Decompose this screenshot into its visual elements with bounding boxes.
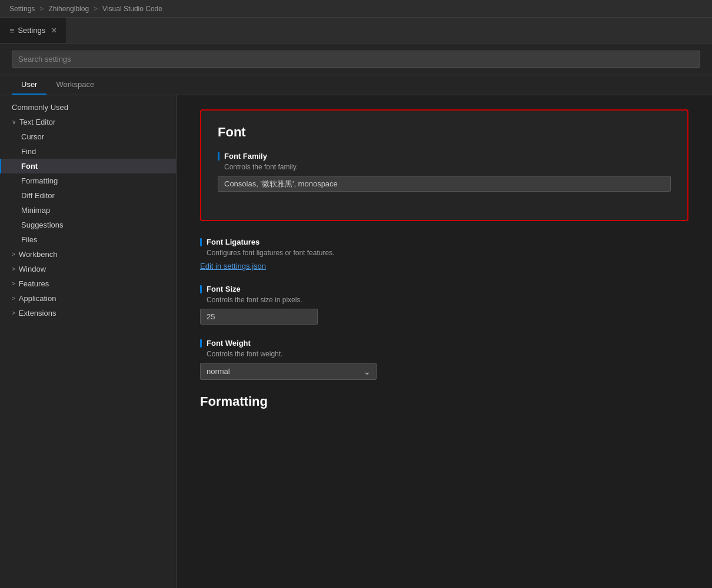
sidebar-item-label: Workbench xyxy=(19,250,58,259)
font-family-desc: Controls the font family. xyxy=(224,163,671,171)
chevron-right-icon: > xyxy=(12,251,15,258)
font-weight-setting: Font Weight Controls the font weight. no… xyxy=(200,339,688,380)
font-family-label: Font Family xyxy=(218,152,671,161)
sidebar-item-suggestions[interactable]: Suggestions xyxy=(0,218,176,232)
search-input[interactable] xyxy=(12,51,700,68)
font-section-title: Font xyxy=(218,125,671,140)
sidebar-item-find[interactable]: Find xyxy=(0,144,176,159)
font-ligatures-setting: Font Ligatures Configures font ligatures… xyxy=(200,238,688,270)
sidebar-item-application[interactable]: > Application xyxy=(0,291,176,306)
chevron-right-icon: > xyxy=(12,310,15,316)
font-weight-label: Font Weight xyxy=(200,339,688,348)
font-weight-select[interactable]: normal bold 100 200 300 400 500 600 700 … xyxy=(200,363,377,380)
settings-tab-label: Settings xyxy=(18,26,45,35)
sidebar-item-text-editor[interactable]: ∨ Text Editor xyxy=(0,115,176,129)
sidebar: Commonly Used ∨ Text Editor Cursor Find … xyxy=(0,95,177,588)
sidebar-item-features[interactable]: > Features xyxy=(0,276,176,291)
sidebar-item-label: Features xyxy=(19,279,49,288)
font-family-input[interactable] xyxy=(218,176,671,192)
breadcrumb-sep-0: > xyxy=(39,5,44,13)
sidebar-item-label: Text Editor xyxy=(19,118,55,126)
font-size-input[interactable] xyxy=(200,309,318,325)
sidebar-item-cursor[interactable]: Cursor xyxy=(0,129,176,144)
sidebar-item-label: Minimap xyxy=(21,206,50,215)
sidebar-item-label: Commonly Used xyxy=(12,103,68,112)
sidebar-item-diff-editor[interactable]: Diff Editor xyxy=(0,188,176,203)
font-highlight-box: Font Font Family Controls the font famil… xyxy=(200,109,688,221)
sidebar-item-files[interactable]: Files xyxy=(0,232,176,247)
sidebar-item-label: Application xyxy=(19,294,56,303)
sidebar-item-label: Extensions xyxy=(19,309,56,318)
tab-workspace[interactable]: Workspace xyxy=(46,75,104,95)
breadcrumb-item-2: Visual Studio Code xyxy=(102,5,162,13)
sidebar-item-commonly-used[interactable]: Commonly Used xyxy=(0,100,176,115)
tab-bar: ≡ Settings × xyxy=(0,18,712,44)
sidebar-item-font[interactable]: Font xyxy=(0,159,176,173)
chevron-down-icon: ∨ xyxy=(12,119,16,125)
settings-tab-strip: User Workspace xyxy=(0,75,712,95)
tab-user[interactable]: User xyxy=(12,75,46,95)
sidebar-item-label: Files xyxy=(21,235,37,244)
sidebar-item-label: Cursor xyxy=(21,132,44,141)
sidebar-item-extensions[interactable]: > Extensions xyxy=(0,306,176,320)
font-size-setting: Font Size Controls the font size in pixe… xyxy=(200,285,688,325)
sidebar-item-label: Window xyxy=(19,265,46,273)
font-size-desc: Controls the font size in pixels. xyxy=(207,296,688,304)
settings-tab-icon: ≡ xyxy=(9,26,14,35)
font-family-setting: Font Family Controls the font family. xyxy=(218,152,671,192)
font-ligatures-desc: Configures font ligatures or font featur… xyxy=(207,249,688,257)
content-area: Font Font Family Controls the font famil… xyxy=(177,95,712,588)
chevron-right-icon: > xyxy=(12,295,15,302)
breadcrumb-sep-1: > xyxy=(94,5,98,13)
font-weight-desc: Controls the font weight. xyxy=(207,350,688,358)
sidebar-item-workbench[interactable]: > Workbench xyxy=(0,247,176,262)
main-layout: Commonly Used ∨ Text Editor Cursor Find … xyxy=(0,95,712,588)
breadcrumb-item-1: Zhihenglblog xyxy=(48,5,89,13)
sidebar-item-label: Diff Editor xyxy=(21,191,55,200)
chevron-right-icon: > xyxy=(12,266,15,272)
font-size-label: Font Size xyxy=(200,285,688,293)
sidebar-item-label: Find xyxy=(21,147,36,156)
search-bar xyxy=(0,44,712,75)
edit-in-settings-json-link[interactable]: Edit in settings.json xyxy=(200,262,266,270)
font-weight-select-wrapper: normal bold 100 200 300 400 500 600 700 … xyxy=(200,363,377,380)
breadcrumb-bar: Settings > Zhihenglblog > Visual Studio … xyxy=(0,0,712,18)
settings-tab[interactable]: ≡ Settings × xyxy=(0,18,67,43)
sidebar-item-window[interactable]: > Window xyxy=(0,262,176,276)
sidebar-item-label: Suggestions xyxy=(21,220,64,229)
formatting-section-title: Formatting xyxy=(200,394,688,409)
sidebar-item-formatting[interactable]: Formatting xyxy=(0,173,176,188)
sidebar-item-label: Font xyxy=(21,162,38,171)
breadcrumb-item-0: Settings xyxy=(9,5,35,13)
sidebar-item-minimap[interactable]: Minimap xyxy=(0,203,176,218)
font-ligatures-label: Font Ligatures xyxy=(200,238,688,246)
chevron-right-icon: > xyxy=(12,280,15,287)
sidebar-item-label: Formatting xyxy=(21,176,58,185)
close-tab-button[interactable]: × xyxy=(51,25,56,36)
